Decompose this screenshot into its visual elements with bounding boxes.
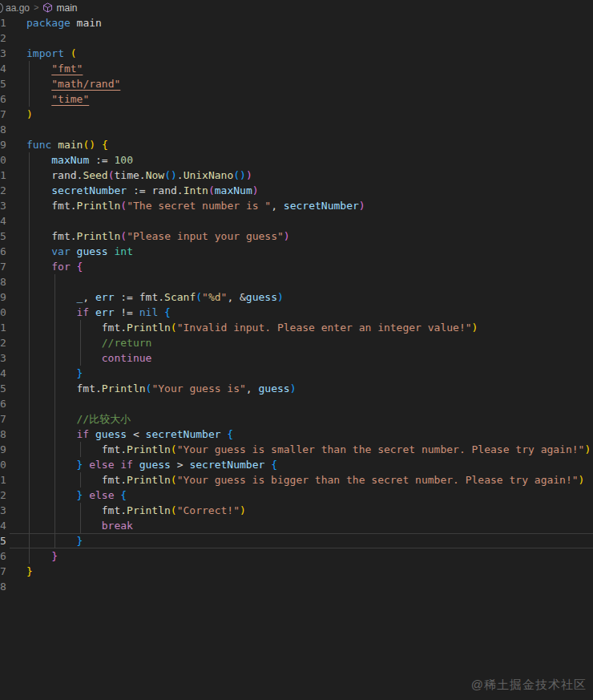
line-number[interactable]: 7 (0, 107, 7, 122)
code-line[interactable]: 5} (0, 533, 593, 548)
code-text: } (26, 548, 58, 564)
code-token: Println (127, 504, 171, 516)
code-line[interactable]: 0if err != nil { (0, 305, 593, 320)
line-number[interactable]: 5 (0, 533, 7, 548)
code-line[interactable]: 5"math/rand" (0, 76, 593, 91)
code-line[interactable]: 7for { (0, 259, 593, 274)
line-number[interactable]: 3 (0, 198, 7, 213)
breadcrumb-symbol[interactable]: main (56, 2, 77, 14)
code-token: if (77, 306, 90, 318)
line-number[interactable]: 2 (0, 335, 7, 350)
code-text: //return (26, 335, 151, 350)
code-line[interactable]: 0maxNum := 100 (0, 152, 593, 168)
code-line[interactable]: 1fmt.Println("Invalid input. Please ente… (0, 320, 593, 335)
code-line[interactable]: 8 (0, 579, 593, 594)
code-line[interactable]: 2//return (0, 335, 593, 350)
code-token: fmt. (51, 200, 76, 212)
code-line[interactable]: 6var guess int (0, 244, 593, 259)
line-number[interactable]: 5 (0, 381, 7, 396)
line-number[interactable]: 9 (0, 137, 7, 152)
code-token: ( (171, 443, 177, 455)
line-number[interactable]: 0 (0, 457, 7, 472)
line-number[interactable]: 4 (0, 366, 7, 381)
line-number[interactable]: 5 (0, 76, 7, 91)
code-line[interactable]: 6} (0, 548, 593, 564)
code-token: . (177, 169, 184, 181)
line-number[interactable]: 0 (0, 305, 7, 320)
line-number[interactable]: 6 (0, 548, 7, 564)
line-number[interactable]: 8 (0, 427, 7, 442)
code-text: ) (26, 107, 33, 122)
code-line[interactable]: 1package main (0, 15, 593, 30)
code-text: import ( (26, 46, 77, 61)
code-line[interactable]: 3import ( (0, 46, 593, 61)
line-number[interactable]: 7 (0, 411, 7, 427)
code-token: fmt. (77, 382, 102, 395)
code-line[interactable]: 3fmt.Println("The secret number is ", se… (0, 198, 593, 213)
line-number[interactable]: 1 (0, 320, 7, 335)
code-line[interactable]: 5fmt.Println("Your guess is", guess) (0, 381, 593, 396)
code-line[interactable]: 9fmt.Println("Your guess is smaller than… (0, 442, 593, 457)
code-line[interactable]: 4 (0, 213, 593, 229)
code-line[interactable]: 5fmt.Println("Please input your guess") (0, 229, 593, 244)
line-number[interactable]: 2 (0, 183, 7, 198)
code-token: , & (227, 291, 245, 303)
code-text: fmt.Println("The secret number is ", sec… (26, 198, 365, 213)
code-line[interactable]: 1fmt.Println("Your guess is bigger than … (0, 472, 593, 488)
code-line[interactable]: 9func main() { (0, 137, 593, 152)
line-number[interactable]: 8 (0, 122, 7, 137)
code-line[interactable]: 4} (0, 366, 593, 381)
code-line[interactable]: 7) (0, 107, 593, 122)
code-line[interactable]: 1rand.Seed(time.Now().UnixNano()) (0, 168, 593, 183)
line-number[interactable]: 1 (0, 168, 7, 183)
code-token: ( (108, 169, 115, 181)
code-text: package main (26, 15, 102, 30)
line-number[interactable]: 3 (0, 46, 7, 61)
line-number[interactable]: 4 (0, 213, 7, 229)
code-line[interactable]: 6 (0, 396, 593, 411)
line-number[interactable]: 1 (0, 472, 7, 488)
line-number[interactable]: 7 (0, 564, 7, 579)
line-number[interactable]: 2 (0, 30, 7, 46)
code-line[interactable]: 8 (0, 122, 593, 137)
line-number[interactable]: 8 (0, 274, 7, 289)
code-editor[interactable]: 1package main23import (4"fmt"5"math/rand… (0, 15, 593, 594)
line-number[interactable]: 3 (0, 503, 7, 518)
code-token: ) (252, 184, 259, 196)
code-token: "math/rand" (51, 78, 120, 90)
watermark: @稀土掘金技术社区 (471, 678, 587, 693)
code-line[interactable]: 2 (0, 30, 593, 46)
line-number[interactable]: 4 (0, 61, 7, 76)
code-line[interactable]: 7//比较大小 (0, 411, 593, 427)
line-number[interactable]: 0 (0, 152, 7, 168)
code-line[interactable]: 7} (0, 564, 593, 579)
line-number[interactable]: 6 (0, 91, 7, 107)
line-number[interactable]: 5 (0, 229, 7, 244)
line-number[interactable]: 3 (0, 350, 7, 366)
line-number[interactable]: 9 (0, 442, 7, 457)
line-number[interactable]: 6 (0, 244, 7, 259)
code-line[interactable]: 6"time" (0, 91, 593, 107)
code-line[interactable]: 4break (0, 518, 593, 533)
line-number[interactable]: 1 (0, 15, 7, 30)
code-line[interactable]: 2secretNumber := rand.Intn(maxNum) (0, 183, 593, 198)
line-number[interactable]: 9 (0, 289, 7, 305)
code-token: , (246, 382, 259, 395)
code-line[interactable]: 8if guess < secretNumber { (0, 427, 593, 442)
code-token: ) (246, 169, 252, 181)
code-line[interactable]: 9_, err := fmt.Scanf("%d", &guess) (0, 289, 593, 305)
code-line[interactable]: 4"fmt" (0, 61, 593, 76)
line-number[interactable]: 8 (0, 579, 7, 594)
line-number[interactable]: 6 (0, 396, 7, 411)
code-line[interactable]: 2} else { (0, 488, 593, 503)
code-line[interactable]: 8 (0, 274, 593, 289)
code-line[interactable]: 3continue (0, 350, 593, 366)
code-line[interactable]: 0} else if guess > secretNumber { (0, 457, 593, 472)
vscode-editor-window: aa.go > main 1package main23import (4"fm… (0, 0, 593, 700)
line-number[interactable]: 7 (0, 259, 7, 274)
code-token: fmt. (51, 230, 76, 242)
code-line[interactable]: 3fmt.Println("Correct!") (0, 503, 593, 518)
line-number[interactable]: 4 (0, 518, 7, 533)
breadcrumb-file[interactable]: aa.go (6, 2, 30, 14)
line-number[interactable]: 2 (0, 488, 7, 503)
